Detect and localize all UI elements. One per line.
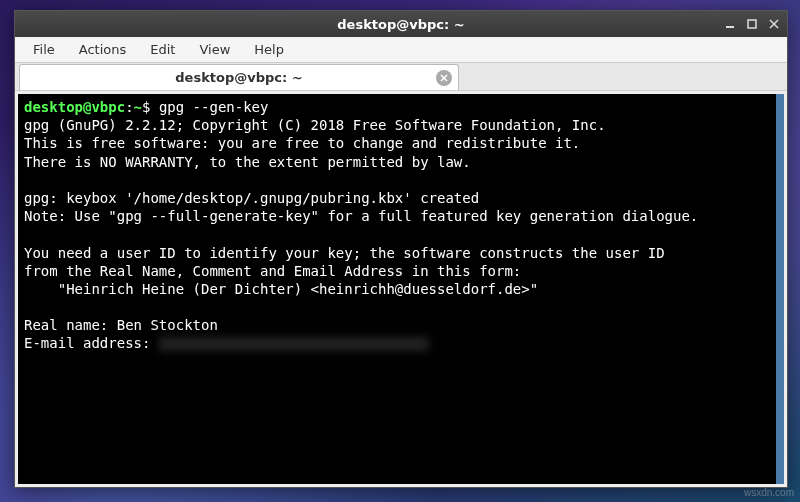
- tab-close-button[interactable]: [436, 70, 452, 86]
- menu-help[interactable]: Help: [242, 38, 296, 61]
- real-name-label: Real name:: [24, 317, 117, 333]
- minimize-button[interactable]: [721, 15, 739, 33]
- terminal-scrollbar[interactable]: [776, 94, 784, 484]
- menu-edit[interactable]: Edit: [138, 38, 187, 61]
- svg-rect-0: [726, 26, 734, 28]
- watermark: wsxdn.com: [744, 487, 794, 498]
- terminal-window: desktop@vbpc: ~ File Actions Edit View H…: [14, 10, 788, 488]
- prompt-user: desktop@vbpc: [24, 99, 125, 115]
- window-title: desktop@vbpc: ~: [337, 17, 464, 32]
- titlebar-controls: [721, 11, 783, 37]
- scroll-thumb[interactable]: [776, 94, 784, 484]
- menu-view[interactable]: View: [187, 38, 242, 61]
- close-button[interactable]: [765, 15, 783, 33]
- terminal-tab[interactable]: desktop@vbpc: ~: [19, 64, 459, 90]
- terminal-line: This is free software: you are free to c…: [24, 135, 580, 151]
- svg-rect-1: [748, 20, 756, 28]
- tab-label: desktop@vbpc: ~: [175, 70, 302, 85]
- menu-actions[interactable]: Actions: [67, 38, 139, 61]
- menubar: File Actions Edit View Help: [15, 37, 787, 63]
- terminal-line: gpg: keybox '/home/desktop/.gnupg/pubrin…: [24, 190, 479, 206]
- terminal-line: from the Real Name, Comment and Email Ad…: [24, 263, 521, 279]
- terminal-area[interactable]: desktop@vbpc:~$ gpg --gen-key gpg (GnuPG…: [15, 91, 787, 487]
- real-name-value: Ben Stockton: [117, 317, 218, 333]
- prompt-path: ~: [134, 99, 142, 115]
- prompt-colon: :: [125, 99, 133, 115]
- terminal-line: There is NO WARRANTY, to the extent perm…: [24, 154, 471, 170]
- prompt-symbol: $: [142, 99, 150, 115]
- titlebar[interactable]: desktop@vbpc: ~: [15, 11, 787, 37]
- maximize-button[interactable]: [743, 15, 761, 33]
- tabbar: desktop@vbpc: ~: [15, 63, 787, 91]
- terminal-line: Note: Use "gpg --full-generate-key" for …: [24, 208, 698, 224]
- terminal-line: gpg (GnuPG) 2.2.12; Copyright (C) 2018 F…: [24, 117, 606, 133]
- email-redacted: [159, 337, 429, 351]
- command-text: gpg --gen-key: [159, 99, 269, 115]
- email-label: E-mail address:: [24, 335, 159, 351]
- terminal-line: "Heinrich Heine (Der Dichter) <heinrichh…: [24, 281, 538, 297]
- menu-file[interactable]: File: [21, 38, 67, 61]
- terminal-line: You need a user ID to identify your key;…: [24, 245, 665, 261]
